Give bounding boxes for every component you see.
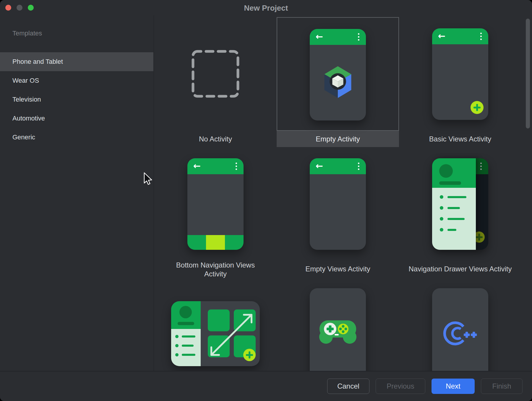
drawer-list-item bbox=[175, 353, 201, 356]
title-bar: New Project bbox=[0, 0, 532, 15]
no-activity-dashed-frame-icon bbox=[190, 49, 241, 100]
sidebar-item-generic[interactable]: Generic bbox=[0, 128, 153, 147]
app-bar: ← bbox=[310, 158, 366, 174]
template-card-native-cpp[interactable] bbox=[399, 277, 521, 371]
avatar-icon bbox=[439, 164, 453, 178]
next-button[interactable]: Next bbox=[432, 379, 475, 394]
drawer-list-item bbox=[440, 228, 476, 232]
template-card-game-activity[interactable] bbox=[277, 277, 399, 371]
drawer-list-item bbox=[440, 206, 476, 210]
dialog-title: New Project bbox=[0, 0, 532, 15]
fab-add-icon bbox=[243, 349, 256, 361]
sidebar-item-wear-os[interactable]: Wear OS bbox=[0, 71, 153, 90]
sidebar-items: Phone and Tablet Wear OS Television Auto… bbox=[0, 52, 153, 147]
nav-drawer bbox=[432, 158, 476, 250]
template-label: Bottom Navigation Views Activity bbox=[154, 261, 277, 278]
template-card-empty-views-activity[interactable]: ← Empty Views Activity bbox=[277, 147, 399, 277]
template-label: Empty Views Activity bbox=[277, 261, 399, 277]
previous-button[interactable]: Previous bbox=[376, 379, 425, 394]
kebab-menu-icon bbox=[480, 33, 482, 40]
sidebar-item-television[interactable]: Television bbox=[0, 90, 153, 109]
dialog-footer: Cancel Previous Next Finish bbox=[0, 371, 532, 401]
template-card-navigation-drawer-views-activity[interactable]: Navigation Drawer Views Activity bbox=[399, 147, 521, 277]
back-arrow-icon: ← bbox=[193, 162, 201, 170]
scrollbar-thumb[interactable] bbox=[526, 19, 530, 128]
sidebar-header: Templates bbox=[12, 30, 42, 37]
phone-mockup bbox=[310, 288, 366, 371]
tablet-nav-panel bbox=[171, 301, 201, 366]
cancel-button[interactable]: Cancel bbox=[327, 379, 369, 394]
phone-mockup bbox=[432, 158, 488, 250]
template-label: Empty Activity bbox=[277, 131, 399, 147]
phone-mockup: ← bbox=[310, 158, 366, 250]
template-card-empty-activity[interactable]: ← bbox=[277, 17, 399, 147]
drawer-list-item bbox=[175, 335, 201, 338]
back-arrow-icon: ← bbox=[438, 32, 445, 40]
template-card-basic-views-activity[interactable]: ← Basic Views Activity bbox=[399, 17, 521, 147]
drawer-list-item bbox=[440, 217, 476, 221]
template-card-adaptive-views-activity[interactable] bbox=[154, 277, 277, 371]
gamepad-icon bbox=[317, 319, 359, 347]
finish-button[interactable]: Finish bbox=[481, 379, 523, 394]
name-placeholder-bar bbox=[178, 322, 194, 325]
back-arrow-icon: ← bbox=[316, 32, 323, 41]
bottom-nav-bar bbox=[187, 235, 244, 250]
kebab-menu-icon bbox=[358, 33, 359, 41]
kebab-menu-icon bbox=[358, 163, 359, 170]
cpp-icon bbox=[442, 321, 478, 347]
template-label: No Activity bbox=[154, 131, 277, 147]
template-card-bottom-navigation-views-activity[interactable]: ← Bottom Navigation Views Activity bbox=[154, 147, 277, 277]
template-grid: No Activity ← bbox=[154, 15, 521, 371]
new-project-dialog: New Project Templates Phone and Tablet W… bbox=[0, 0, 532, 401]
drawer-list-item bbox=[175, 344, 201, 347]
app-bar: ← bbox=[310, 29, 366, 45]
app-bar: ← bbox=[187, 158, 244, 174]
sidebar-item-automotive[interactable]: Automotive bbox=[0, 109, 153, 128]
template-label: Basic Views Activity bbox=[399, 131, 521, 147]
drawer-list-item bbox=[440, 195, 476, 199]
name-placeholder-bar bbox=[439, 181, 461, 185]
avatar-icon bbox=[179, 306, 192, 318]
sidebar-item-phone-and-tablet[interactable]: Phone and Tablet bbox=[0, 52, 153, 71]
kebab-menu-icon bbox=[236, 163, 237, 170]
phone-mockup: ← bbox=[187, 158, 244, 250]
jetpack-compose-logo-icon bbox=[319, 64, 356, 102]
fab-add-icon bbox=[471, 101, 484, 114]
phone-mockup: ← bbox=[432, 28, 488, 120]
phone-mockup bbox=[432, 288, 488, 371]
tablet-mockup bbox=[171, 301, 260, 366]
app-bar: ← bbox=[432, 28, 488, 44]
back-arrow-icon: ← bbox=[316, 162, 323, 170]
template-card-no-activity[interactable]: No Activity bbox=[154, 17, 277, 147]
templates-sidebar: Templates Phone and Tablet Wear OS Telev… bbox=[0, 15, 154, 371]
kebab-menu-icon bbox=[480, 163, 482, 170]
phone-mockup: ← bbox=[310, 29, 366, 120]
template-label: Navigation Drawer Views Activity bbox=[399, 261, 521, 277]
